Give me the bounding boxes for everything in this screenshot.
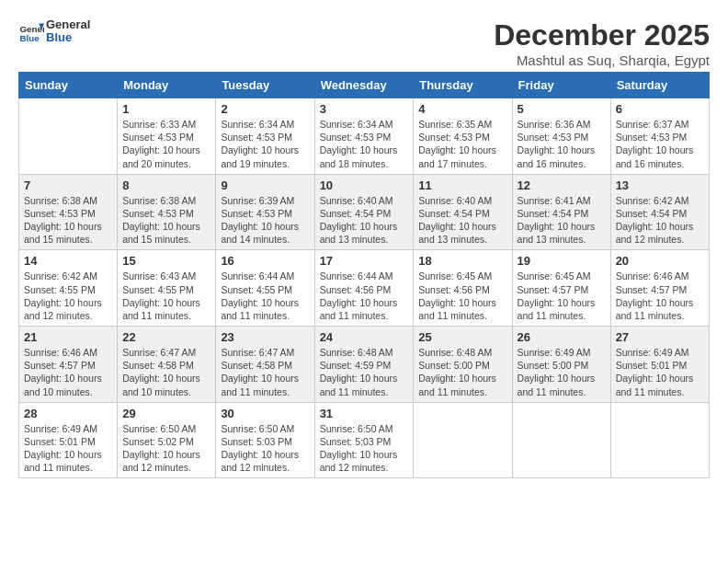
day-info: Sunrise: 6:40 AM Sunset: 4:54 PM Dayligh… bbox=[418, 194, 506, 247]
day-number: 4 bbox=[418, 102, 506, 116]
day-number: 21 bbox=[24, 330, 112, 344]
calendar-cell: 20 Sunrise: 6:46 AM Sunset: 4:57 PM Dayl… bbox=[610, 250, 709, 327]
daylight-hours: Daylight: 10 hours and 11 minutes. bbox=[418, 297, 496, 321]
column-header-thursday: Thursday bbox=[414, 73, 512, 98]
sunset-time: Sunset: 5:00 PM bbox=[418, 360, 490, 371]
sunrise-time: Sunrise: 6:33 AM bbox=[122, 119, 196, 130]
calendar-cell: 30 Sunrise: 6:50 AM Sunset: 5:03 PM Dayl… bbox=[216, 402, 314, 478]
sunset-time: Sunset: 5:00 PM bbox=[518, 360, 589, 371]
daylight-hours: Daylight: 10 hours and 15 minutes. bbox=[24, 221, 102, 245]
daylight-hours: Daylight: 10 hours and 11 minutes. bbox=[418, 373, 496, 396]
sunrise-time: Sunrise: 6:50 AM bbox=[221, 423, 294, 434]
calendar-cell: 11 Sunrise: 6:40 AM Sunset: 4:54 PM Dayl… bbox=[414, 174, 512, 250]
calendar-cell: 18 Sunrise: 6:45 AM Sunset: 4:56 PM Dayl… bbox=[414, 250, 512, 327]
sunrise-time: Sunrise: 6:45 AM bbox=[518, 270, 591, 282]
calendar-cell: 9 Sunrise: 6:39 AM Sunset: 4:53 PM Dayli… bbox=[216, 174, 314, 250]
day-info: Sunrise: 6:42 AM Sunset: 4:54 PM Dayligh… bbox=[616, 194, 704, 247]
daylight-hours: Daylight: 10 hours and 11 minutes. bbox=[616, 297, 694, 321]
column-header-tuesday: Tuesday bbox=[216, 73, 314, 98]
sunrise-time: Sunrise: 6:41 AM bbox=[518, 195, 591, 206]
logo-icon: General Blue bbox=[18, 18, 44, 44]
day-number: 15 bbox=[122, 254, 210, 268]
location: Mashtul as Suq, Sharqia, Egypt bbox=[494, 52, 710, 68]
day-number: 2 bbox=[221, 102, 309, 116]
column-header-monday: Monday bbox=[118, 73, 216, 98]
sunset-time: Sunset: 4:57 PM bbox=[24, 360, 96, 371]
daylight-hours: Daylight: 10 hours and 11 minutes. bbox=[24, 449, 102, 473]
calendar-cell bbox=[19, 98, 118, 175]
day-info: Sunrise: 6:43 AM Sunset: 4:55 PM Dayligh… bbox=[122, 270, 210, 322]
calendar-cell: 28 Sunrise: 6:49 AM Sunset: 5:01 PM Dayl… bbox=[19, 402, 118, 478]
sunrise-time: Sunrise: 6:49 AM bbox=[24, 423, 97, 434]
calendar-cell: 8 Sunrise: 6:38 AM Sunset: 4:53 PM Dayli… bbox=[118, 174, 216, 250]
day-number: 24 bbox=[320, 330, 409, 344]
sunrise-time: Sunrise: 6:44 AM bbox=[221, 270, 294, 282]
calendar-week-row: 1 Sunrise: 6:33 AM Sunset: 4:53 PM Dayli… bbox=[19, 98, 710, 175]
day-info: Sunrise: 6:41 AM Sunset: 4:54 PM Dayligh… bbox=[518, 194, 606, 247]
day-info: Sunrise: 6:48 AM Sunset: 4:59 PM Dayligh… bbox=[320, 346, 409, 398]
calendar-cell bbox=[610, 402, 709, 478]
daylight-hours: Daylight: 10 hours and 11 minutes. bbox=[616, 373, 694, 396]
day-number: 25 bbox=[418, 330, 506, 344]
calendar-cell: 10 Sunrise: 6:40 AM Sunset: 4:54 PM Dayl… bbox=[314, 174, 414, 250]
calendar-table: SundayMondayTuesdayWednesdayThursdayFrid… bbox=[18, 72, 710, 478]
daylight-hours: Daylight: 10 hours and 19 minutes. bbox=[221, 144, 299, 168]
column-header-wednesday: Wednesday bbox=[314, 73, 414, 98]
calendar-week-row: 28 Sunrise: 6:49 AM Sunset: 5:01 PM Dayl… bbox=[19, 402, 710, 478]
calendar-cell: 29 Sunrise: 6:50 AM Sunset: 5:02 PM Dayl… bbox=[118, 402, 216, 478]
calendar-cell: 1 Sunrise: 6:33 AM Sunset: 4:53 PM Dayli… bbox=[118, 98, 216, 175]
daylight-hours: Daylight: 10 hours and 13 minutes. bbox=[418, 221, 496, 245]
daylight-hours: Daylight: 10 hours and 12 minutes. bbox=[122, 449, 200, 473]
sunset-time: Sunset: 5:01 PM bbox=[616, 360, 688, 371]
page-header: General Blue General Blue December 2025 … bbox=[18, 18, 710, 68]
calendar-cell: 22 Sunrise: 6:47 AM Sunset: 4:58 PM Dayl… bbox=[118, 327, 216, 403]
day-info: Sunrise: 6:40 AM Sunset: 4:54 PM Dayligh… bbox=[320, 194, 409, 247]
day-number: 6 bbox=[616, 102, 704, 116]
sunrise-time: Sunrise: 6:50 AM bbox=[122, 423, 196, 434]
sunrise-time: Sunrise: 6:49 AM bbox=[616, 347, 689, 358]
sunset-time: Sunset: 4:59 PM bbox=[320, 360, 392, 371]
day-number: 23 bbox=[221, 330, 309, 344]
day-info: Sunrise: 6:38 AM Sunset: 4:53 PM Dayligh… bbox=[24, 194, 112, 247]
daylight-hours: Daylight: 10 hours and 12 minutes. bbox=[221, 449, 299, 473]
day-number: 8 bbox=[122, 178, 210, 192]
sunset-time: Sunset: 4:56 PM bbox=[418, 284, 490, 295]
calendar-cell: 13 Sunrise: 6:42 AM Sunset: 4:54 PM Dayl… bbox=[610, 174, 709, 250]
calendar-week-row: 7 Sunrise: 6:38 AM Sunset: 4:53 PM Dayli… bbox=[19, 174, 710, 250]
sunset-time: Sunset: 4:54 PM bbox=[616, 208, 688, 219]
daylight-hours: Daylight: 10 hours and 11 minutes. bbox=[221, 373, 299, 396]
daylight-hours: Daylight: 10 hours and 11 minutes. bbox=[320, 373, 398, 396]
day-info: Sunrise: 6:49 AM Sunset: 5:01 PM Dayligh… bbox=[24, 422, 112, 475]
day-number: 3 bbox=[320, 102, 409, 116]
day-info: Sunrise: 6:47 AM Sunset: 4:58 PM Dayligh… bbox=[221, 346, 309, 398]
day-info: Sunrise: 6:35 AM Sunset: 4:53 PM Dayligh… bbox=[418, 118, 506, 170]
daylight-hours: Daylight: 10 hours and 10 minutes. bbox=[24, 373, 102, 396]
logo-blue: Blue bbox=[46, 31, 90, 44]
day-number: 28 bbox=[24, 407, 112, 420]
sunrise-time: Sunrise: 6:42 AM bbox=[616, 195, 689, 206]
sunrise-time: Sunrise: 6:40 AM bbox=[320, 195, 393, 206]
daylight-hours: Daylight: 10 hours and 16 minutes. bbox=[616, 144, 694, 168]
calendar-cell bbox=[512, 402, 610, 478]
sunrise-time: Sunrise: 6:38 AM bbox=[24, 195, 97, 206]
day-info: Sunrise: 6:48 AM Sunset: 5:00 PM Dayligh… bbox=[418, 346, 506, 398]
sunset-time: Sunset: 4:53 PM bbox=[616, 132, 688, 143]
day-number: 31 bbox=[320, 407, 409, 420]
calendar-week-row: 21 Sunrise: 6:46 AM Sunset: 4:57 PM Dayl… bbox=[19, 327, 710, 403]
sunset-time: Sunset: 5:02 PM bbox=[122, 436, 194, 447]
calendar-cell: 19 Sunrise: 6:45 AM Sunset: 4:57 PM Dayl… bbox=[512, 250, 610, 327]
sunrise-time: Sunrise: 6:34 AM bbox=[221, 119, 294, 130]
day-info: Sunrise: 6:44 AM Sunset: 4:55 PM Dayligh… bbox=[221, 270, 309, 322]
calendar-cell: 24 Sunrise: 6:48 AM Sunset: 4:59 PM Dayl… bbox=[314, 327, 414, 403]
daylight-hours: Daylight: 10 hours and 11 minutes. bbox=[122, 297, 200, 321]
day-number: 12 bbox=[518, 178, 606, 192]
sunrise-time: Sunrise: 6:37 AM bbox=[616, 119, 689, 130]
daylight-hours: Daylight: 10 hours and 11 minutes. bbox=[320, 297, 398, 321]
calendar-cell: 31 Sunrise: 6:50 AM Sunset: 5:03 PM Dayl… bbox=[314, 402, 414, 478]
day-info: Sunrise: 6:49 AM Sunset: 5:01 PM Dayligh… bbox=[616, 346, 704, 398]
sunset-time: Sunset: 5:03 PM bbox=[320, 436, 392, 447]
sunset-time: Sunset: 4:56 PM bbox=[320, 284, 392, 295]
day-info: Sunrise: 6:45 AM Sunset: 4:57 PM Dayligh… bbox=[518, 270, 606, 322]
day-number: 14 bbox=[24, 254, 112, 268]
daylight-hours: Daylight: 10 hours and 11 minutes. bbox=[221, 297, 299, 321]
